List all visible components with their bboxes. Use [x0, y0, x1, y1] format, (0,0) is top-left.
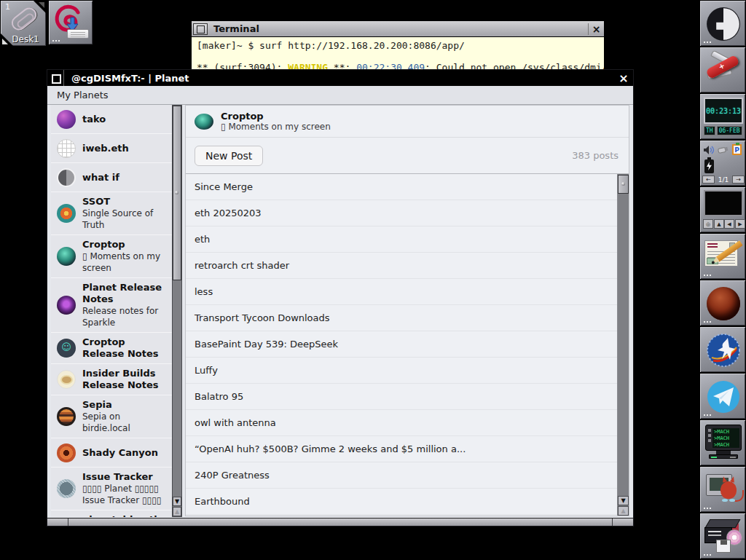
dock-icon-mach-terminal[interactable]: >MACH >MACH >MACH	[699, 419, 746, 466]
disk-drive-icon	[67, 29, 89, 39]
tray-prev-button[interactable]: ←	[702, 176, 715, 184]
post-item[interactable]: 240P Greatness	[186, 462, 617, 489]
post-item[interactable]: owl with antenna	[186, 410, 617, 436]
tray-next-button[interactable]: →	[732, 176, 745, 184]
dock-icon-clock[interactable]: 00:23:13 TH 06-FEB	[699, 93, 746, 140]
battery-icon[interactable]	[704, 159, 714, 173]
dock-icon-red-moon[interactable]	[699, 280, 746, 326]
skater-globe-icon	[706, 333, 741, 368]
usb-device-icon[interactable]	[718, 146, 729, 154]
post-item[interactable]: Luffy	[186, 358, 617, 384]
sidebar-item-insider-builds[interactable]: Insider Builds Release Notes	[51, 364, 172, 395]
window-resize-bar[interactable]	[47, 518, 633, 526]
sidebar-item-what-if[interactable]: what if	[51, 163, 172, 192]
planet-close-button[interactable]: ×	[614, 71, 633, 85]
planet-titlebar[interactable]: @cgDISMfxT:- | Planet ×	[47, 70, 633, 86]
pager-next-arrow[interactable]	[34, 1, 46, 13]
new-post-button[interactable]: New Post	[195, 146, 263, 166]
red-moon-icon	[707, 287, 740, 320]
planet-release-notes-avatar	[57, 296, 76, 315]
posts-scroll-up-button[interactable]: ▲	[618, 506, 629, 516]
post-item[interactable]: retroarch crt shader	[186, 253, 617, 279]
posts-scroll-down-button[interactable]: ▼	[618, 496, 629, 505]
sidebar-scrollbar[interactable]: ▼ ▲	[172, 105, 182, 517]
terminal-close-button[interactable]: ×	[588, 23, 604, 35]
clock-date: 06-FEB	[717, 126, 742, 135]
post-list: Since Merge eth 20250203 eth retroarch c…	[186, 173, 629, 516]
sidebar-item-planetable-eth[interactable]: planetable.eth Build and host decentrali…	[51, 510, 172, 517]
workspace-number: 1	[5, 2, 10, 12]
running-indicator	[704, 554, 705, 556]
sidebar-item-croptop[interactable]: Croptop ▯ Moments on my screen	[51, 235, 172, 278]
terminal-titlebar[interactable]: Terminal ×	[192, 21, 604, 37]
sidebar-item-ssot[interactable]: SSOT Single Source of Truth	[51, 192, 172, 235]
sidebar-item-iweb-eth[interactable]: iweb.eth	[51, 134, 172, 163]
volume-icon[interactable]	[703, 145, 715, 155]
media-screen	[704, 190, 743, 216]
sidebar-item-planet-release-notes[interactable]: Planet Release Notes Release notes for S…	[51, 278, 172, 333]
dock-icon-gnustep[interactable]	[699, 0, 746, 47]
insider-builds-avatar	[57, 370, 76, 389]
daemon-icon	[721, 481, 737, 499]
daemon-tail	[735, 490, 744, 502]
post-item[interactable]: Since Merge	[186, 174, 617, 200]
dock-icon-telegram[interactable]	[699, 373, 746, 419]
post-item[interactable]: eth	[186, 226, 617, 253]
media-prev-button[interactable]: ◀	[724, 219, 734, 229]
post-item[interactable]: less	[186, 279, 617, 305]
post-item[interactable]: “OpenAI huh? $500B? Gimme 2 weeks and $5…	[186, 436, 617, 462]
debian-installer-tile[interactable]	[48, 0, 93, 45]
workspace-label: Desk1	[12, 34, 39, 44]
dock-icon-software-package[interactable]	[699, 513, 746, 559]
what-if-avatar	[57, 168, 76, 187]
post-item[interactable]: BasePaint Day 539: DeepSeek	[186, 331, 617, 358]
croptop-release-notes-avatar	[57, 339, 76, 358]
post-item[interactable]: Transport Tycoon Downloads	[186, 305, 617, 331]
post-item[interactable]: eth 20250203	[186, 200, 617, 226]
dock-icon-sports-globe[interactable]	[699, 326, 746, 373]
sidebar-scroll-up-button[interactable]: ▲	[173, 507, 181, 516]
media-stop-button[interactable]: ◎	[703, 219, 713, 229]
planet-window: @cgDISMfxT:- | Planet × My Planets tako …	[47, 69, 634, 527]
sidebar-item-sepia[interactable]: Sepia Sepia on birdie.local	[51, 395, 172, 438]
terminal-minimize-button[interactable]	[193, 23, 208, 35]
running-indicator	[704, 275, 705, 276]
sidebar-item-croptop-release-notes[interactable]: Croptop Release Notes	[51, 333, 172, 364]
iweb-avatar	[57, 139, 76, 158]
post-item[interactable]: Balatro 95	[186, 384, 617, 410]
media-eject-button[interactable]: ▲	[714, 219, 724, 229]
running-indicator	[704, 414, 705, 416]
planet-header: Croptop ▯ Moments on my screen	[186, 106, 629, 138]
sidebar-scrollbar-thumb[interactable]	[173, 106, 181, 280]
sidebar-item-shady-canyon[interactable]: Shady Canyon	[51, 438, 172, 468]
posts-scrollbar[interactable]: ▼ ▲	[617, 174, 629, 516]
posts-scrollbar-thumb[interactable]	[618, 175, 629, 194]
planet-minimize-button[interactable]	[47, 70, 64, 86]
running-indicator	[704, 508, 705, 509]
dock-icon-swiss-knife[interactable]	[699, 47, 746, 93]
dock-icon-mail-compose[interactable]	[699, 233, 746, 280]
croptop-header-avatar	[195, 114, 213, 130]
sidebar-scroll-down-button[interactable]: ▼	[173, 497, 181, 506]
clipboard-badge-icon[interactable]: P	[732, 144, 742, 155]
terminal-window: Terminal × [maker]~ $ surf http://192.16…	[191, 20, 605, 76]
post-item[interactable]: Earthbound	[186, 489, 617, 515]
monitor-icon: >MACH >MACH >MACH	[705, 425, 742, 451]
dock-icon-tray[interactable]: P ← 1/1 →	[699, 140, 746, 186]
planet-sidebar: tako iweb.eth what if SSOT Single Source…	[51, 105, 172, 517]
telegram-icon	[706, 379, 741, 414]
clock-weekday: TH	[704, 126, 715, 135]
sepia-avatar	[57, 407, 76, 426]
content-toolbar: New Post 383 posts	[186, 138, 629, 173]
dock-icon-bsd-daemon[interactable]	[699, 466, 746, 513]
media-next-button[interactable]: ▶	[735, 219, 745, 229]
post-count: 383 posts	[572, 150, 619, 161]
planet-window-title: @cgDISMfxT:- | Planet	[64, 73, 614, 84]
workspace-pager-tile[interactable]: 1 Desk1	[0, 0, 47, 47]
sidebar-item-issue-tracker[interactable]: Issue Tracker ▯▯▯▯ Planet ▯▯▯▯▯ Issue Tr…	[51, 468, 172, 510]
running-indicator	[52, 40, 54, 42]
sidebar-item-tako[interactable]: tako	[51, 105, 172, 134]
tako-avatar	[57, 110, 76, 129]
dock-icon-media-player[interactable]: ◎ ▲ ◀ ▶	[699, 186, 746, 233]
content-panel: Croptop ▯ Moments on my screen New Post …	[185, 105, 629, 516]
